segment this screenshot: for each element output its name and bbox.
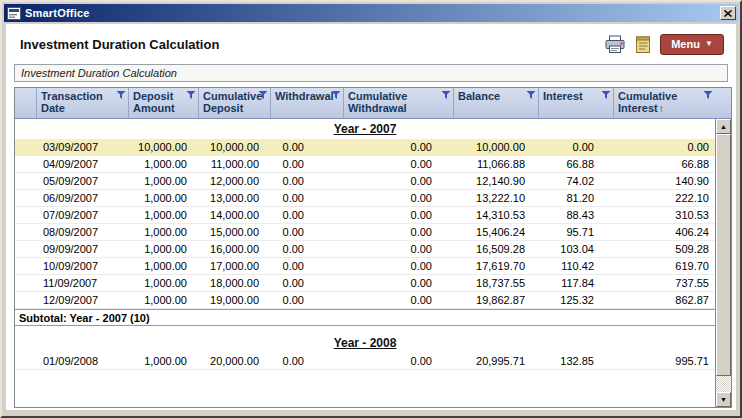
filter-icon[interactable] [331,90,341,100]
notes-button[interactable] [635,35,651,54]
row-gutter [15,353,37,369]
value-cell: 1,000.00 [129,241,199,257]
value-cell: 0.00 [344,258,454,274]
filter-icon[interactable] [703,90,713,100]
transaction-date-cell: 07/09/2007 [37,207,129,223]
transaction-date-cell: 08/09/2007 [37,224,129,240]
smartoffice-icon [7,7,21,20]
transaction-date-cell: 09/09/2007 [37,241,129,257]
value-cell: 17,000.00 [199,258,271,274]
column-header-transaction-date[interactable]: Transaction Date [37,88,129,118]
transaction-date-cell: 11/09/2007 [37,275,129,291]
value-cell: 95.71 [539,224,614,240]
row-gutter [15,139,37,155]
value-cell: 0.00 [344,190,454,206]
column-header-label: Cumulative Interest↑ [618,90,712,115]
column-header-cumulative-interest[interactable]: Cumulative Interest↑ [614,88,715,118]
menu-button[interactable]: Menu ▼ [660,34,724,55]
transaction-date-cell: 10/09/2007 [37,258,129,274]
column-header-label: Transaction Date [41,90,125,114]
column-header-cumulative-withdrawal[interactable]: Cumulative Withdrawal [344,88,454,118]
value-cell: 17,619.70 [454,258,539,274]
table-row[interactable]: 05/09/20071,000.0012,000.000.000.0012,14… [15,173,715,190]
value-cell: 310.53 [614,207,715,223]
table-row[interactable]: 12/09/20071,000.0019,000.000.000.0019,86… [15,292,715,309]
value-cell: 11,000.00 [199,156,271,172]
year-heading: Year - 2008 [15,333,715,353]
value-cell: 66.88 [539,156,614,172]
titlebar[interactable]: SmartOffice [4,4,738,22]
value-cell: 1,000.00 [129,173,199,189]
vertical-scrollbar[interactable]: ▲ ▼ [715,119,731,407]
table-row[interactable]: 06/09/20071,000.0013,000.000.000.0013,22… [15,190,715,207]
transaction-date-cell: 03/09/2007 [37,139,129,155]
filter-icon[interactable] [116,90,126,100]
value-cell: 1,000.00 [129,207,199,223]
scrollbar-track[interactable] [716,134,731,392]
filter-icon[interactable] [186,90,196,100]
value-cell: 10,000.00 [129,139,199,155]
column-header-withdrawal[interactable]: Withdrawal [271,88,344,118]
scroll-up-button[interactable]: ▲ [716,119,731,134]
sort-ascending-icon: ↑ [659,103,664,114]
transaction-date-cell: 05/09/2007 [37,173,129,189]
table-row[interactable]: 01/09/20081,000.0020,000.000.000.0020,99… [15,353,715,370]
value-cell: 0.00 [614,139,715,155]
close-button[interactable] [720,6,736,20]
table-row[interactable]: 08/09/20071,000.0015,000.000.000.0015,40… [15,224,715,241]
value-cell: 0.00 [344,139,454,155]
column-header-cumulative-deposit[interactable]: Cumulative Deposit [199,88,271,118]
column-header-interest[interactable]: Interest [539,88,614,118]
table-row[interactable]: 10/09/20071,000.0017,000.000.000.0017,61… [15,258,715,275]
value-cell: 0.00 [344,207,454,223]
value-cell: 10,000.00 [199,139,271,155]
column-header-deposit-amount[interactable]: Deposit Amount [129,88,199,118]
year-heading-label: Year - 2007 [334,122,397,136]
transaction-date-cell: 12/09/2007 [37,292,129,308]
row-gutter [15,275,37,291]
table-row[interactable]: 03/09/200710,000.0010,000.000.000.0010,0… [15,139,715,156]
table-row[interactable]: 07/09/20071,000.0014,000.000.000.0014,31… [15,207,715,224]
filter-icon[interactable] [526,90,536,100]
value-cell: 12,140.90 [454,173,539,189]
value-cell: 0.00 [344,275,454,291]
table-row[interactable]: 11/09/20071,000.0018,000.000.000.0018,73… [15,275,715,292]
subtotal-row: Subtotal: Year - 2007 (10) [15,309,715,326]
smartoffice-window: SmartOffice Investment Duration Calculat… [0,0,742,418]
value-cell: 0.00 [344,224,454,240]
table-row[interactable]: 09/09/20071,000.0016,000.000.000.0016,50… [15,241,715,258]
filter-icon[interactable] [258,90,268,100]
year-heading-label: Year - 2008 [334,336,397,350]
print-icon [604,35,626,54]
value-cell: 16,000.00 [199,241,271,257]
investment-grid: Transaction DateDeposit AmountCumulative… [14,87,732,408]
row-gutter [15,173,37,189]
table-row[interactable]: 04/09/20071,000.0011,000.000.000.0011,06… [15,156,715,173]
value-cell: 0.00 [271,258,344,274]
transaction-date-cell: 04/09/2007 [37,156,129,172]
scrollbar-thumb[interactable] [716,134,731,376]
row-gutter [15,156,37,172]
value-cell: 1,000.00 [129,275,199,291]
scroll-down-button[interactable]: ▼ [716,392,731,407]
value-cell: 1,000.00 [129,292,199,308]
value-cell: 13,222.10 [454,190,539,206]
value-cell: 1,000.00 [129,156,199,172]
value-cell: 0.00 [344,241,454,257]
filter-icon[interactable] [441,90,451,100]
filter-icon[interactable] [601,90,611,100]
value-cell: 862.87 [614,292,715,308]
value-cell: 0.00 [271,139,344,155]
value-cell: 1,000.00 [129,353,199,369]
value-cell: 0.00 [271,275,344,291]
transaction-date-cell: 01/09/2008 [37,353,129,369]
print-button[interactable] [604,35,626,54]
column-header-gutter [15,88,37,118]
column-header-balance[interactable]: Balance [454,88,539,118]
value-cell: 0.00 [271,292,344,308]
value-cell: 15,000.00 [199,224,271,240]
content-area: Investment Duration Calculation [6,24,736,410]
row-gutter [15,207,37,223]
value-cell: 125.32 [539,292,614,308]
notes-icon [635,35,651,54]
